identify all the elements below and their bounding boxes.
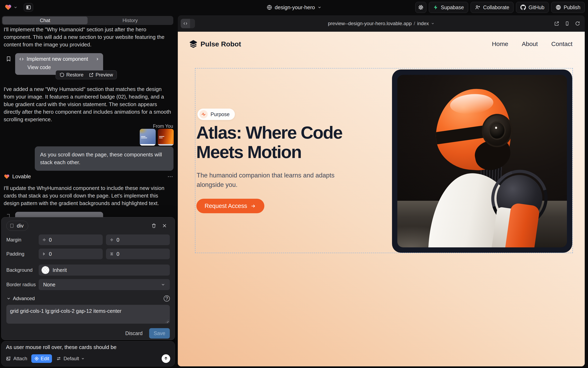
user-plus-icon [475,4,481,10]
robot-hero-image [392,70,572,253]
collaborate-button[interactable]: Collaborate [471,2,513,13]
padding-horizontal-icon [42,251,47,256]
chat-composer: As user mouse roll over, these cards sho… [1,341,175,366]
site-navbar: Pulse Robot Home About Contact [178,32,585,56]
refresh-icon[interactable] [575,21,580,26]
bookmark-icon [6,213,11,218]
padding-y-input[interactable] [117,251,167,257]
selected-element-name: div [17,223,24,229]
element-editor-panel: div Margin Padding [1,217,175,340]
delete-element-button[interactable] [149,221,159,230]
margin-y-input[interactable] [117,237,167,243]
nav-link-about[interactable]: About [522,40,538,47]
advanced-classes-textarea[interactable]: grid grid-cols-1 lg:grid-cols-2 gap-12 i… [6,305,170,324]
message-hover-toolbar: Restore Preview [56,70,117,79]
settings-button[interactable] [415,2,426,13]
github-icon [520,4,526,10]
attach-label: Attach [13,356,27,361]
padding-x-field [39,248,103,259]
hero-heading-line1: Atlas: Where Code [196,123,342,142]
preview-button[interactable]: Preview [89,72,113,78]
nav-link-contact[interactable]: Contact [551,40,572,47]
close-panel-button[interactable] [159,221,170,230]
hero-heading: Atlas: Where Code Meets Motion [196,123,342,162]
margin-vertical-icon [109,238,114,242]
chevron-down-icon [13,5,18,9]
lovable-heart-icon [4,4,12,11]
view-code-link[interactable]: View code [28,64,99,70]
transparency-swatch-icon [42,266,49,274]
publish-button[interactable]: Publish [551,2,585,13]
assistant-message-1: I'll implement the "Why Humanoid" sectio… [4,26,172,48]
chevron-down-icon[interactable] [6,296,11,301]
tool-card-title: Implement new component [27,56,88,62]
preview-page: index [417,21,429,26]
preview-pane: preview--design-your-hero.lovable.app / … [178,15,585,366]
background-field[interactable]: Inherit [39,265,170,276]
supabase-button[interactable]: Supabase [429,2,468,13]
layers-icon [189,40,198,48]
project-menu[interactable]: design-your-hero [266,4,322,11]
send-button[interactable] [162,354,170,363]
nav-link-home[interactable]: Home [492,40,508,47]
chevron-down-icon [161,282,165,287]
help-icon[interactable]: ? [164,295,170,302]
restore-button[interactable]: Restore [59,72,84,78]
attachment-thumbnail-blue[interactable] [140,129,156,146]
project-name: design-your-hero [275,4,315,11]
save-button[interactable]: Save [149,328,170,339]
border-radius-value: None [43,282,56,288]
code-icon [19,57,24,61]
edit-mode-button[interactable]: Edit [31,354,52,363]
bookmark-icon[interactable] [6,55,11,62]
padding-x-input[interactable] [49,251,99,257]
model-mode-button[interactable]: Default [56,356,85,361]
collaborate-label: Collaborate [483,4,509,10]
mobile-view-icon[interactable] [565,21,569,26]
lovable-logo-menu[interactable] [4,4,18,11]
request-access-label: Request Access [205,202,247,209]
chat-input[interactable]: As user mouse roll over, these cards sho… [6,344,170,354]
globe-icon [266,4,272,10]
mode-label: Default [63,356,79,361]
purpose-badge: Purpose [198,109,235,120]
preview-label: Preview [95,72,113,78]
selected-element-pill[interactable]: div [6,221,28,231]
margin-horizontal-icon [42,237,47,242]
border-radius-label: Border radius [6,282,39,287]
chevron-down-icon [317,5,322,9]
preview-url: preview--design-your-hero.lovable.app [328,21,412,26]
request-access-button[interactable]: Request Access [196,199,264,213]
url-separator: / [414,21,415,26]
selected-element-outline[interactable]: Purpose Atlas: Where Code Meets Motion T… [195,68,573,253]
tab-chat[interactable]: Chat [2,17,87,24]
supabase-icon [433,5,438,10]
site-brand[interactable]: Pulse Robot [189,40,241,48]
chevron-right-icon [95,57,99,61]
toggle-sidebar-button[interactable] [24,3,33,12]
tab-history[interactable]: History [87,17,173,24]
site-brand-name: Pulse Robot [200,40,241,48]
padding-y-field [106,248,170,259]
gear-icon [418,4,424,10]
assistant-name: Lovable [12,173,31,180]
preview-viewport: Pulse Robot Home About Contact Purpose A… [178,32,585,366]
margin-x-input[interactable] [49,237,99,243]
github-label: GitHub [529,4,544,10]
attach-button[interactable]: Attach [6,356,27,361]
border-radius-select[interactable]: None [39,279,170,290]
message-menu-icon[interactable] [167,176,173,178]
attachment-thumbnail-orange[interactable] [158,129,174,146]
user-message-bubble: As you scroll down the page, these compo… [35,146,173,171]
advanced-section-label[interactable]: Advanced [13,296,35,301]
open-in-new-tab-icon[interactable] [554,21,559,26]
edit-label: Edit [41,356,49,361]
from-you-label: From You [123,123,173,129]
discard-button[interactable]: Discard [124,328,144,338]
publish-label: Publish [564,4,580,10]
padding-label: Padding [6,251,39,257]
preview-url-bar[interactable]: preview--design-your-hero.lovable.app / … [328,21,435,26]
github-button[interactable]: GitHub [516,2,549,13]
padding-vertical-icon [109,252,114,256]
code-preview-toggle[interactable] [181,19,195,28]
